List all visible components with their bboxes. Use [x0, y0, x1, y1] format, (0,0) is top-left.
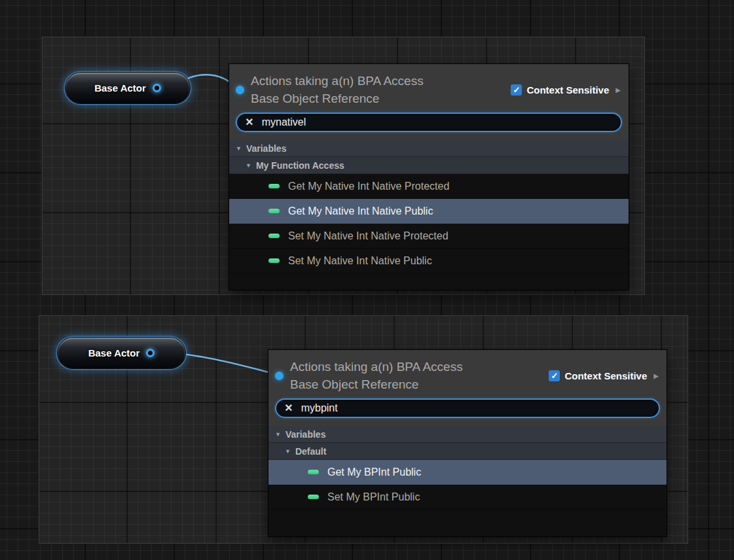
variable-pill-icon: [268, 234, 280, 238]
title-line-1: Actions taking a(n) BPA Access: [290, 358, 542, 376]
search-input[interactable]: × mynativel: [236, 113, 622, 132]
collapse-triangle-icon[interactable]: ▼: [246, 162, 251, 169]
expand-arrow-icon[interactable]: ▶: [615, 86, 621, 94]
object-pin-type-icon: [275, 372, 284, 380]
search-text: mybpint: [301, 402, 338, 414]
action-menu-header: Actions taking a(n) BPA Access Base Obje…: [229, 64, 629, 140]
expand-arrow-icon[interactable]: ▶: [653, 372, 659, 379]
clear-search-icon[interactable]: ×: [246, 115, 253, 128]
action-item-selected[interactable]: Get My Native Int Native Public: [229, 199, 629, 224]
title-line-2: Base Object Reference: [251, 90, 504, 107]
context-sensitive-label: Context Sensitive: [564, 370, 647, 381]
base-actor-node[interactable]: Base Actor: [58, 338, 185, 368]
object-pin-type-icon: [236, 86, 244, 94]
context-sensitive-toggle[interactable]: ✓ Context Sensitive ▶: [511, 84, 622, 96]
node-title: Base Actor: [94, 82, 146, 94]
variable-pill-icon: [268, 209, 280, 213]
title-line-2: Base Object Reference: [290, 376, 542, 393]
category-variables[interactable]: ▼ Variables: [229, 140, 629, 157]
search-input[interactable]: × mybpint: [275, 398, 660, 418]
category-variables[interactable]: ▼ Variables: [268, 426, 667, 443]
context-sensitive-checkbox[interactable]: ✓: [549, 370, 560, 381]
action-list: ▼ Variables ▼ My Function Access Get My …: [229, 140, 629, 290]
variable-pill-icon: [308, 470, 319, 474]
action-list: ▼ Variables ▼ Default Get My BPInt Publi…: [268, 426, 667, 536]
variable-pill-icon: [268, 258, 280, 263]
blueprint-graph[interactable]: Base Actor Base Actor Actions taking a(n…: [0, 0, 734, 560]
action-item-selected[interactable]: Get My BPInt Public: [268, 460, 667, 485]
action-item[interactable]: Set My BPInt Public: [268, 485, 667, 510]
collapse-triangle-icon[interactable]: ▼: [236, 145, 242, 152]
action-menu: Actions taking a(n) BPA Access Base Obje…: [268, 350, 667, 536]
action-menu-header: Actions taking a(n) BPA Access Base Obje…: [268, 350, 667, 426]
variable-pill-icon: [308, 495, 319, 499]
action-menu: Actions taking a(n) BPA Access Base Obje…: [229, 64, 629, 290]
node-title: Base Actor: [88, 347, 140, 359]
variable-pill-icon: [268, 184, 280, 188]
action-item[interactable]: Set My Native Int Native Public: [229, 249, 629, 273]
base-actor-node[interactable]: Base Actor: [65, 73, 190, 103]
action-menu-title: Actions taking a(n) BPA Access Base Obje…: [290, 358, 542, 393]
title-line-1: Actions taking a(n) BPA Access: [251, 72, 504, 90]
clear-search-icon[interactable]: ×: [285, 401, 293, 414]
action-item[interactable]: Get My Native Int Native Protected: [229, 174, 629, 199]
collapse-triangle-icon[interactable]: ▼: [275, 431, 281, 438]
action-item[interactable]: Set My Native Int Native Protected: [229, 224, 629, 249]
object-output-pin[interactable]: [153, 84, 161, 92]
category-my-function-access[interactable]: ▼ My Function Access: [229, 157, 629, 174]
collapse-triangle-icon[interactable]: ▼: [285, 448, 291, 455]
action-menu-title: Actions taking a(n) BPA Access Base Obje…: [251, 72, 504, 107]
context-sensitive-toggle[interactable]: ✓ Context Sensitive ▶: [549, 370, 660, 381]
category-default[interactable]: ▼ Default: [268, 443, 667, 460]
object-output-pin[interactable]: [146, 349, 155, 357]
context-sensitive-checkbox[interactable]: ✓: [511, 84, 522, 96]
context-sensitive-label: Context Sensitive: [526, 84, 609, 96]
search-text: mynativel: [262, 116, 306, 128]
